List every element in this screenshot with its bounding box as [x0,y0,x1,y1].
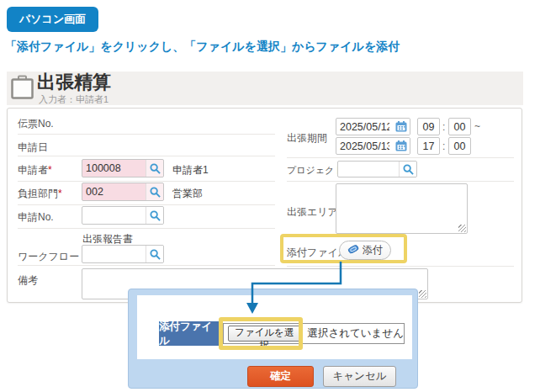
separator [18,181,275,182]
search-icon[interactable] [146,246,163,262]
trip-start-date-input[interactable] [336,119,393,135]
project-field [337,161,417,177]
calendar-icon[interactable] [393,138,410,154]
remarks-label: 備考 [18,273,38,288]
page-subtitle: 入力者：申請者1 [39,93,111,106]
time-colon: : [442,140,445,152]
request-no-label: 申請No. [18,210,54,225]
slip-no-label: 伝票No. [18,117,54,131]
time-colon: : [442,121,445,133]
attach-button-label: 添付 [363,243,383,257]
search-icon[interactable] [146,183,163,200]
separator [18,156,275,156]
trip-end-date-input[interactable] [336,138,393,154]
applicant-name-note: 申請者1 [172,163,209,177]
required-mark: * [58,188,62,199]
workflow-field [82,245,164,263]
department-field [82,183,164,201]
trip-end-hour-input[interactable] [418,139,439,155]
trip-start-hour-input[interactable] [418,119,439,135]
department-label: 負担部門* [18,187,62,201]
expense-form-panel: 伝票No. 申請日 申請者* 申請者1 負担部門* 営業部 申請No. [7,108,522,303]
applicant-label: 申請者* [18,163,52,177]
trip-area-textarea[interactable] [336,183,468,234]
department-input[interactable] [82,183,146,200]
separator [18,228,275,229]
separator [287,157,514,158]
trip-end-min-field [448,137,471,155]
apply-date-label: 申請日 [18,140,48,155]
applicant-input[interactable] [82,160,146,177]
choose-file-button[interactable]: ファイルを選択 [228,326,300,342]
workflow-input[interactable] [82,246,146,262]
search-icon[interactable] [146,160,163,177]
resize-handle[interactable] [419,290,426,298]
confirm-button[interactable]: 確定 [247,366,314,387]
search-icon[interactable] [399,162,416,177]
separator [18,134,275,135]
form-header: 出張精算 入力者：申請者1 [7,72,523,105]
trip-end-min-input[interactable] [449,139,470,155]
trip-start-min-field [448,118,471,135]
trip-start-min-input[interactable] [449,119,470,135]
workflow-label: ワークフロー [18,250,79,264]
request-no-field [82,206,164,225]
trip-end-hour-field [417,137,440,155]
separator [18,204,275,205]
applicant-field [82,159,164,177]
separator [287,181,514,182]
instruction-text: 「添付ファイル」をクリックし、「ファイルを選択」からファイルを添付 [5,40,400,55]
pc-screen-badge: パソコン画面 [7,7,98,32]
attach-button[interactable]: 添付 [339,241,391,260]
request-no-input[interactable] [82,207,146,224]
trip-period-label: 出張期間 [287,131,327,146]
separator [18,265,275,266]
calendar-icon[interactable] [393,119,410,135]
cancel-button[interactable]: キャンセル [323,366,396,387]
trip-area-label: 出張エリア [287,205,338,220]
resize-handle[interactable] [458,225,466,232]
separator [287,266,514,267]
trip-end-date-field [336,137,410,155]
file-status-text: 選択されていません [307,326,404,341]
search-icon[interactable] [146,207,163,224]
attach-file-dialog: 添付ファイル ファイルを選択 選択されていません 確定 キャンセル [128,289,418,389]
project-label: プロジェクト [287,164,344,177]
period-tilde: ~ [474,120,480,132]
department-name-note: 営業部 [172,187,203,201]
dialog-attach-file-label: 添付ファイル [159,321,223,346]
trip-start-date-field [336,118,410,135]
page: パソコン画面 「添付ファイル」をクリックし、「ファイルを選択」からファイルを添付… [0,0,540,392]
project-input[interactable] [338,162,399,177]
trip-start-hour-field [417,118,440,135]
required-mark: * [48,164,52,176]
file-input-control: ファイルを選択 選択されていません [223,323,405,344]
paperclip-icon [347,244,359,257]
dialog-body: 添付ファイル ファイルを選択 選択されていません [137,295,412,359]
page-title: 出張精算 [37,72,111,93]
briefcase-icon [11,75,34,103]
